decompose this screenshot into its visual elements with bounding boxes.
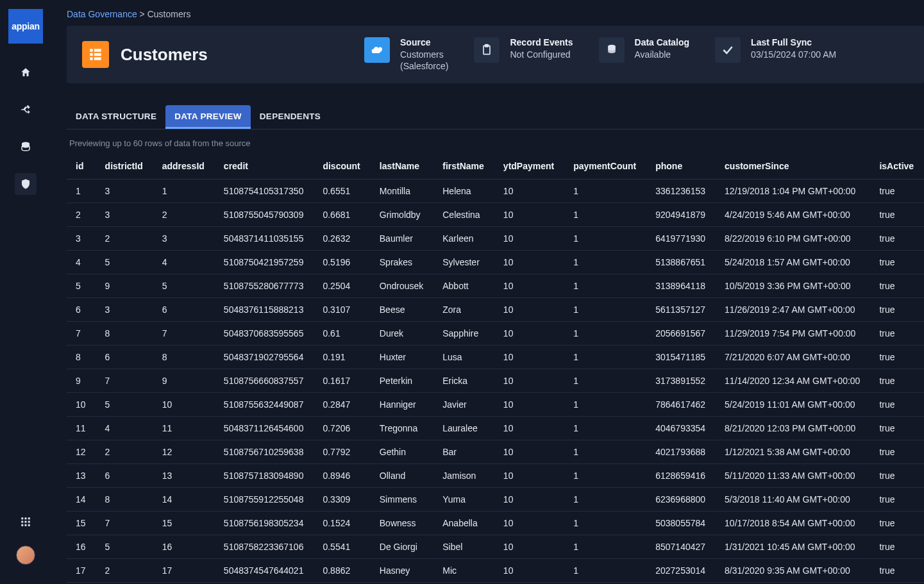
cell-credit: 5108758223367106	[216, 535, 315, 559]
table-row[interactable]: 1051051087556324490870.2847HannigerJavie…	[67, 393, 924, 417]
cell-credit: 5108755632449087	[216, 393, 315, 417]
col-credit[interactable]: credit	[216, 154, 315, 179]
table-row[interactable]: 23251087550457903090.6681GrimoldbyCelest…	[67, 203, 924, 227]
cell-ytdPayment: 10	[496, 179, 566, 203]
cell-ytdPayment: 10	[496, 440, 566, 464]
tab-structure[interactable]: DATA STRUCTURE	[67, 105, 165, 129]
cell-districtId: 9	[97, 274, 155, 298]
cell-paymentCount: 1	[566, 203, 648, 227]
cell-addressId: 5	[155, 274, 216, 298]
table-row[interactable]: 1721750483745476440210.8862HasneyMic1012…	[67, 559, 924, 583]
cell-firstName: Jamison	[435, 464, 496, 488]
col-phone[interactable]: phone	[648, 154, 717, 179]
cell-id: 1	[67, 179, 97, 203]
cell-districtId: 8	[97, 488, 155, 512]
tab-dependents[interactable]: DEPENDENTS	[251, 105, 330, 129]
table-row[interactable]: 63650483761158882130.3107BeeseZora101561…	[67, 298, 924, 322]
cell-isActive: true	[871, 535, 924, 559]
nav-home[interactable]	[15, 62, 37, 83]
cell-districtId: 7	[97, 369, 155, 393]
cell-addressId: 10	[155, 393, 216, 417]
table-row[interactable]: 1141150483711264546000.7206TregonnaLaura…	[67, 417, 924, 440]
cell-districtId: 2	[97, 559, 155, 583]
user-avatar[interactable]	[16, 546, 35, 565]
cell-lastName: Sprakes	[372, 251, 435, 274]
cell-credit: 5048371411035155	[216, 227, 315, 251]
data-table-wrap[interactable]: iddistrictIdaddressIdcreditdiscountlastN…	[67, 154, 924, 584]
check-icon	[721, 44, 734, 56]
col-addressId[interactable]: addressId	[155, 154, 216, 179]
cell-ytdPayment: 10	[496, 464, 566, 488]
cell-customerSince: 8/22/2019 6:10 PM GMT+00:00	[717, 227, 871, 251]
cell-ytdPayment: 10	[496, 251, 566, 274]
col-isActive[interactable]: isActive	[871, 154, 924, 179]
cell-customerSince: 11/14/2020 12:34 AM GMT+00:00	[717, 369, 871, 393]
nav-governance[interactable]	[15, 173, 37, 195]
grid-icon	[20, 516, 31, 528]
table-row[interactable]: 1481451087559122550480.3309SimmensYuma10…	[67, 488, 924, 512]
cell-id: 11	[67, 417, 97, 440]
table-row[interactable]: 1361351087571830948900.8946OllandJamison…	[67, 464, 924, 488]
nav-data[interactable]	[15, 136, 37, 158]
cell-discount: 0.2504	[315, 274, 371, 298]
table-row[interactable]: 32350483714110351550.2632BaumlerKarleen1…	[67, 227, 924, 251]
nav-apps[interactable]	[15, 511, 37, 533]
col-firstName[interactable]: firstName	[435, 154, 496, 179]
breadcrumb-sep: >	[137, 9, 147, 19]
meta-events: Record Events Not Configured	[474, 37, 573, 63]
table-row[interactable]: 1651651087582233671060.5541De GiorgiSibe…	[67, 535, 924, 559]
cell-lastName: Baumler	[372, 227, 435, 251]
cell-discount: 0.8946	[315, 464, 371, 488]
table-row[interactable]: 59551087552806777730.2504OndrousekAbbott…	[67, 274, 924, 298]
svg-rect-7	[21, 524, 23, 526]
meta-sync-label: Last Full Sync	[751, 37, 836, 47]
cell-lastName: Montilla	[372, 179, 435, 203]
cell-isActive: true	[871, 203, 924, 227]
cell-districtId: 6	[97, 346, 155, 369]
col-customerSince[interactable]: customerSince	[717, 154, 871, 179]
cell-addressId: 12	[155, 440, 216, 464]
cell-addressId: 8	[155, 346, 216, 369]
nav-flows[interactable]	[15, 99, 37, 121]
breadcrumb-current: Customers	[147, 9, 191, 19]
table-row[interactable]: 13151087541053173500.6551MontillaHelena1…	[67, 179, 924, 203]
cell-lastName: Grimoldby	[372, 203, 435, 227]
cell-phone: 3173891552	[648, 369, 717, 393]
table-row[interactable]: 86850483719027955640.191HuxterLusa101301…	[67, 346, 924, 369]
cell-credit: 5108756710259638	[216, 440, 315, 464]
cell-discount: 0.1524	[315, 512, 371, 535]
app-logo[interactable]: appian	[8, 9, 43, 44]
col-id[interactable]: id	[67, 154, 97, 179]
cell-firstName: Sapphire	[435, 322, 496, 346]
cell-customerSince: 5/24/2019 11:01 AM GMT+00:00	[717, 393, 871, 417]
col-districtId[interactable]: districtId	[97, 154, 155, 179]
table-body: 13151087541053173500.6551MontillaHelena1…	[67, 179, 924, 583]
cell-discount: 0.61	[315, 322, 371, 346]
table-row[interactable]: 1221251087567102596380.7792GethinBar1014…	[67, 440, 924, 464]
cell-districtId: 6	[97, 464, 155, 488]
table-row[interactable]: 78750483706835955650.61DurekSapphire1012…	[67, 322, 924, 346]
col-paymentCount[interactable]: paymentCount	[566, 154, 648, 179]
cell-paymentCount: 1	[566, 274, 648, 298]
col-lastName[interactable]: lastName	[372, 154, 435, 179]
breadcrumb-root[interactable]: Data Governance	[67, 9, 137, 19]
cell-lastName: Ondrousek	[372, 274, 435, 298]
cell-id: 6	[67, 298, 97, 322]
cell-credit: 5048371126454600	[216, 417, 315, 440]
table-row[interactable]: 1571551087561983052340.1524BownessAnabel…	[67, 512, 924, 535]
table-row[interactable]: 97951087566608375570.1617PeterkinEricka1…	[67, 369, 924, 393]
cell-lastName: Huxter	[372, 346, 435, 369]
cell-discount: 0.2632	[315, 227, 371, 251]
col-ytdPayment[interactable]: ytdPayment	[496, 154, 566, 179]
cell-customerSince: 1/31/2021 10:45 AM GMT+00:00	[717, 535, 871, 559]
cell-addressId: 9	[155, 369, 216, 393]
cell-id: 14	[67, 488, 97, 512]
clipboard-svg	[480, 44, 493, 56]
tab-preview[interactable]: DATA PREVIEW	[165, 105, 251, 129]
cell-customerSince: 4/24/2019 5:46 AM GMT+00:00	[717, 203, 871, 227]
table-row[interactable]: 45451087504219572590.5196SprakesSylveste…	[67, 251, 924, 274]
col-discount[interactable]: discount	[315, 154, 371, 179]
cell-districtId: 5	[97, 535, 155, 559]
cell-phone: 3138964118	[648, 274, 717, 298]
page-title: Customers	[121, 45, 208, 65]
